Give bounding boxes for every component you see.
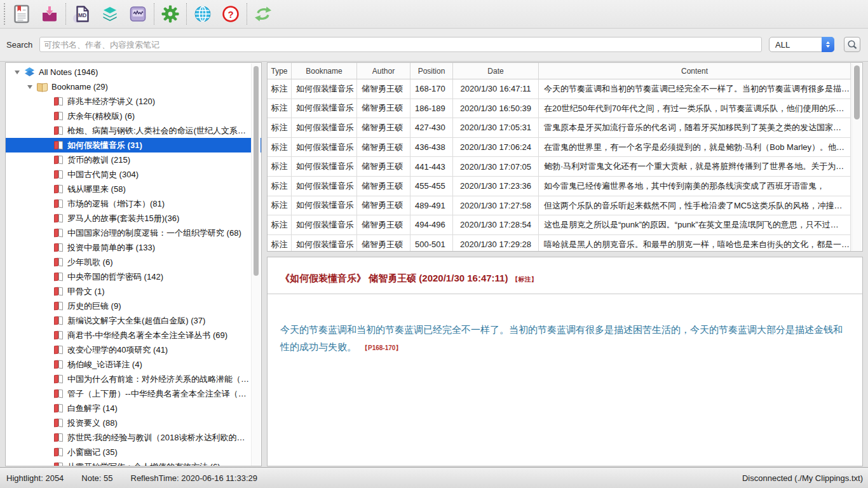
- tree-item-book[interactable]: 历史的巨镜 (9): [6, 299, 261, 313]
- table-header-row: Type Bookname Author Position Date Conte…: [268, 63, 851, 79]
- layers-button[interactable]: [96, 1, 124, 27]
- settings-gear-icon: [161, 4, 180, 24]
- connection-status: Disconnected (./My Clippings.txt): [742, 473, 863, 483]
- table-row[interactable]: 标注 如何假装懂音乐 储智勇王硕 441-443 2020/1/30 17:07…: [268, 157, 851, 177]
- tree-item-book[interactable]: 投资中最简单的事 (133): [6, 240, 261, 255]
- settings-button[interactable]: [156, 1, 184, 27]
- globe-button[interactable]: [189, 1, 217, 27]
- toolbar: MD: [0, 0, 868, 29]
- tree-item-book[interactable]: 货币的教训 (215): [6, 152, 261, 167]
- stats-button[interactable]: [124, 1, 152, 27]
- column-header[interactable]: Author: [357, 63, 410, 79]
- search-input[interactable]: [39, 37, 762, 52]
- column-header[interactable]: Position: [410, 63, 453, 79]
- tree-item-book[interactable]: 改变心理学的40项研究 (41): [6, 342, 261, 357]
- help-button[interactable]: ?: [217, 1, 245, 27]
- table-row[interactable]: 标注 如何假装懂音乐 储智勇王硕 436-438 2020/1/30 17:06…: [268, 138, 851, 158]
- filter-select[interactable]: ALL: [769, 37, 834, 52]
- tree-item-bookname-group[interactable]: Bookname (29): [6, 79, 261, 94]
- tree-item-book[interactable]: 商君书-中华经典名著全本全注全译丛书 (69): [6, 328, 261, 342]
- tree-item-book[interactable]: 中国古代简史 (304): [6, 167, 261, 182]
- tree-item-book[interactable]: 从零开始学写作：个人增值的有效方法 (6): [6, 459, 261, 466]
- table-row[interactable]: 标注 如何假装懂音乐 储智勇王硕 186-189 2020/1/30 16:50…: [268, 99, 851, 119]
- book-icon: [54, 228, 64, 238]
- tree-item-book[interactable]: 杨伯峻_论语译注 (4): [6, 357, 261, 372]
- toolbar-separator: [247, 3, 247, 25]
- tree-item-book[interactable]: 庆余年(精校版) (6): [6, 109, 261, 123]
- table-scrollbar-thumb[interactable]: [854, 65, 860, 119]
- tree-item-book[interactable]: 中国国家治理的制度逻辑：一个组织学研究 (68): [6, 226, 261, 240]
- table-row[interactable]: 标注 如何假装懂音乐 储智勇王硕 455-455 2020/1/30 17:23…: [268, 177, 851, 196]
- sync-button[interactable]: [249, 1, 277, 27]
- notes-button[interactable]: [8, 1, 36, 27]
- book-icon: [54, 462, 64, 466]
- tree-item-book[interactable]: 中央帝国的哲学密码 (142): [6, 269, 261, 284]
- disclosure-triangle-icon[interactable]: [27, 85, 32, 89]
- table-row[interactable]: 标注 如何假装懂音乐 储智勇王硕 427-430 2020/1/30 17:05…: [268, 118, 851, 138]
- detail-divider: [268, 294, 862, 294]
- tree-item-book[interactable]: 少年凯歌 (6): [6, 255, 261, 269]
- svg-text:?: ?: [227, 9, 233, 20]
- sidebar: All Notes (1946) Bookname (29) 薛兆丰经济学讲义 …: [5, 62, 262, 466]
- book-icon: [54, 433, 64, 442]
- table-row[interactable]: 标注 如何假装懂音乐 储智勇王硕 494-496 2020/1/30 17:28…: [268, 215, 851, 235]
- book-icon: [54, 301, 64, 311]
- tree-item-book[interactable]: 管子（上下册）--中华经典名著全本全注全译（…: [6, 386, 261, 401]
- book-icon: [54, 140, 64, 150]
- book-icon: [54, 184, 64, 194]
- book-icon: [54, 389, 64, 398]
- column-header[interactable]: Date: [453, 63, 539, 79]
- table-scrollbar[interactable]: [851, 64, 862, 250]
- sidebar-scrollbar[interactable]: [251, 64, 261, 466]
- markdown-export-icon: MD: [72, 4, 92, 24]
- book-icon: [54, 403, 64, 413]
- tree-item-all-notes[interactable]: All Notes (1946): [6, 65, 261, 79]
- toolbar-separator: [154, 3, 154, 25]
- book-icon: [54, 418, 64, 428]
- layers-icon: [100, 4, 119, 24]
- table-row[interactable]: 标注 如何假装懂音乐 储智勇王硕 489-491 2020/1/30 17:27…: [268, 196, 851, 216]
- book-icon: [54, 316, 64, 325]
- tree-item-book[interactable]: 枪炮、病菌与钢铁:人类社会的命运(世纪人文系…: [6, 123, 261, 138]
- search-label: Search: [6, 40, 32, 50]
- tree-item-book[interactable]: 薛兆丰经济学讲义 (120): [6, 94, 261, 109]
- book-tree: All Notes (1946) Bookname (29) 薛兆丰经济学讲义 …: [6, 65, 261, 466]
- book-icon: [54, 170, 64, 179]
- book-icon: [54, 257, 64, 267]
- search-bar: Search ALL: [0, 29, 868, 62]
- column-header[interactable]: Content: [539, 63, 851, 79]
- table-row[interactable]: 标注 如何假装懂音乐 储智勇王硕 168-170 2020/1/30 16:47…: [268, 79, 851, 99]
- tree-item-book[interactable]: 投资要义 (88): [6, 416, 261, 430]
- column-header[interactable]: Type: [268, 63, 292, 79]
- tree-item-book[interactable]: 甲骨文 (1): [6, 284, 261, 299]
- tree-item-book[interactable]: 中国为什么有前途：对外经济关系的战略潜能（…: [6, 372, 261, 386]
- status-bar: Hightlight: 2054 Note: 55 RefleshTime: 2…: [0, 467, 868, 488]
- tree-item-book[interactable]: 苏世民:我的经验与教训（2018读桥水达利欧的…: [6, 430, 261, 445]
- tree-item-book-selected[interactable]: 如何假装懂音乐 (31): [6, 138, 261, 152]
- table-row[interactable]: 标注 如何假装懂音乐 储智勇王硕 500-501 2020/1/30 17:29…: [268, 235, 851, 252]
- sidebar-scrollbar-thumb[interactable]: [254, 66, 259, 276]
- book-icon: [54, 345, 64, 355]
- note-detail-title: 《如何假装懂音乐》 储智勇王硕 (2020/1/30 16:47:11)【标注】: [280, 273, 847, 285]
- book-icon: [54, 360, 64, 369]
- tree-item-book[interactable]: 新编说文解字大全集(超值白金版) (37): [6, 313, 261, 328]
- search-button[interactable]: [844, 37, 860, 52]
- markdown-export-button[interactable]: MD: [68, 1, 96, 27]
- import-button[interactable]: [36, 1, 64, 27]
- tree-item-book[interactable]: 钱从哪里来 (58): [6, 182, 261, 196]
- tree-item-book[interactable]: 市场的逻辑（增订本）(81): [6, 196, 261, 211]
- tree-item-book[interactable]: 小窗幽记 (35): [6, 445, 261, 459]
- tree-item-book[interactable]: 罗马人的故事(套装共15册)(36): [6, 211, 261, 226]
- help-icon: ?: [221, 4, 240, 24]
- toolbar-drag-handle[interactable]: [4, 3, 5, 25]
- book-icon: [54, 111, 64, 121]
- refresh-time: RefleshTime: 2020-06-16 11:33:29: [131, 473, 257, 483]
- column-header[interactable]: Bookname: [292, 63, 357, 79]
- disclosure-triangle-icon[interactable]: [15, 71, 20, 74]
- book-icon: [54, 214, 64, 223]
- filter-select-value: ALL: [770, 40, 822, 50]
- svg-text:MD: MD: [78, 12, 86, 18]
- tree-item-book[interactable]: 白鱼解字 (14): [6, 401, 261, 416]
- import-icon: [40, 4, 59, 24]
- note-detail-panel: 《如何假装懂音乐》 储智勇王硕 (2020/1/30 16:47:11)【标注】…: [267, 257, 863, 466]
